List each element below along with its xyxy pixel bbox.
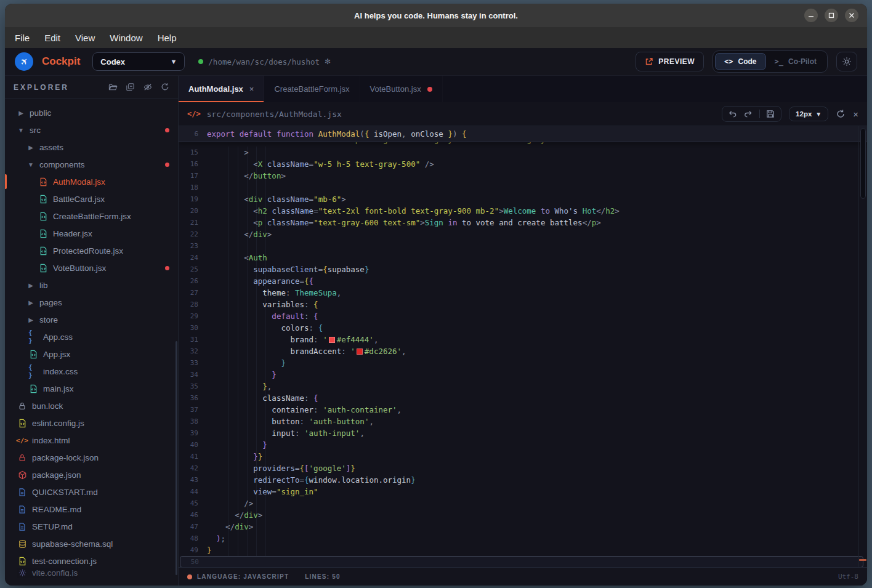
folder-public[interactable]: ▶public	[5, 104, 178, 121]
folder-store[interactable]: ▶store	[5, 311, 178, 328]
menu-item-edit[interactable]: Edit	[44, 33, 60, 43]
code-line[interactable]: 37 container: 'auth-container',	[179, 404, 867, 416]
code-line[interactable]: 25 supabaseClient={supabase}	[179, 264, 867, 275]
code-line[interactable]: 19 <div className="mb-6">	[179, 193, 867, 205]
code-line[interactable]: 41 }}	[179, 451, 867, 462]
code-line[interactable]: 40 }	[179, 439, 867, 451]
folder-src[interactable]: ▼src	[5, 121, 178, 139]
theme-toggle-button[interactable]	[836, 52, 857, 71]
code-line[interactable]: 28 variables: {	[179, 299, 867, 310]
file-supabase-schema-sql[interactable]: supabase-schema.sql	[5, 535, 178, 552]
file-package-lock-json[interactable]: package-lock.json	[5, 449, 178, 466]
code-line[interactable]: 34 }	[179, 369, 867, 381]
folder-components[interactable]: ▼components	[5, 156, 178, 173]
save-button[interactable]	[766, 110, 775, 118]
sidebar-scrollbar[interactable]	[176, 341, 177, 576]
code-line[interactable]: 22 </div>	[179, 228, 867, 240]
redo-button[interactable]	[744, 110, 753, 118]
file-votebutton-jsx[interactable]: VoteButton.jsx	[5, 259, 178, 276]
code-line[interactable]: 33 }	[179, 357, 867, 369]
font-size-select[interactable]: 12px ▼	[789, 107, 828, 121]
close-button[interactable]	[845, 9, 858, 22]
code-editor[interactable]: 6export default function AuthModal({ isO…	[179, 126, 867, 567]
file-test-connection-js[interactable]: test-connection.js	[5, 552, 178, 570]
file-header-jsx[interactable]: Header.jsx	[5, 225, 178, 242]
code-line[interactable]: 16 <X className="w-5 h-5 text-gray-500" …	[179, 158, 867, 170]
preview-button[interactable]: PREVIEW	[636, 52, 704, 71]
tab-createbattleform-jsx[interactable]: CreateBattleForm.jsx	[264, 76, 360, 102]
file-protectedroute-jsx[interactable]: ProtectedRoute.jsx	[5, 242, 178, 259]
tab-authmodal-jsx[interactable]: AuthModal.jsx×	[179, 76, 264, 102]
menu-item-file[interactable]: File	[15, 33, 30, 43]
code-line[interactable]: 43 redirectTo={window.location.origin}	[179, 474, 867, 486]
code-line[interactable]: 48 );	[179, 533, 867, 544]
file-main-jsx[interactable]: main.jsx	[5, 380, 178, 397]
code-line[interactable]: 42 providers={['google']}	[179, 462, 867, 474]
folder-assets[interactable]: ▶assets	[5, 139, 178, 156]
title-bar[interactable]: AI helps you code. Humans stay in contro…	[5, 4, 867, 27]
hide-button[interactable]	[143, 83, 153, 92]
refresh-editor-button[interactable]	[836, 109, 846, 119]
code-line[interactable]: 32 brandAccent: '#dc2626',	[179, 345, 867, 357]
file-app-jsx[interactable]: App.jsx	[5, 345, 178, 363]
file-index-html[interactable]: </>index.html	[5, 432, 178, 449]
file-battlecard-jsx[interactable]: BattleCard.jsx	[5, 190, 178, 207]
code-line[interactable]: 49}	[179, 544, 867, 556]
file-quickstart-md[interactable]: QUICKSTART.md	[5, 483, 178, 501]
doc-file-icon	[17, 505, 27, 514]
code-line[interactable]: 39 input: 'auth-input',	[179, 427, 867, 439]
current-code-line[interactable]: 50	[180, 556, 863, 567]
folder-pages[interactable]: ▶pages	[5, 294, 178, 311]
tab-copilot-mode[interactable]: >_ Co-Pilot	[766, 53, 825, 70]
code-line[interactable]: 36 className: {	[179, 392, 867, 404]
tab-code-mode[interactable]: <> Code	[715, 53, 765, 70]
code-line[interactable]: 26 appearance={{	[179, 275, 867, 287]
file-index-css[interactable]: { }index.css	[5, 363, 178, 380]
minimize-button[interactable]	[804, 9, 818, 22]
code-line[interactable]: 17 </button>	[179, 170, 867, 182]
menu-item-view[interactable]: View	[75, 33, 95, 43]
code-line[interactable]: 6export default function AuthModal({ isO…	[179, 128, 467, 140]
code-line[interactable]: 29 default: {	[179, 310, 867, 322]
code-line[interactable]: 15 >	[179, 147, 867, 158]
open-folder-button[interactable]	[108, 83, 118, 92]
code-line[interactable]: 38 button: 'auth-button',	[179, 416, 867, 427]
file-vite-config-js[interactable]: vite.config.js	[5, 570, 178, 576]
menu-item-help[interactable]: Help	[158, 33, 177, 43]
tab-votebutton-jsx[interactable]: VoteButton.jsx	[360, 76, 443, 102]
code-line[interactable]: 45 />	[179, 497, 867, 509]
folder-lib[interactable]: ▶lib	[5, 276, 178, 294]
code-line[interactable]: 18	[179, 182, 867, 193]
code-line[interactable]: 46 </div>	[179, 509, 867, 521]
refresh-button[interactable]	[161, 83, 169, 92]
maximize-button[interactable]	[825, 9, 838, 22]
file-createbattleform-jsx[interactable]: CreateBattleForm.jsx	[5, 207, 178, 225]
file-package-json[interactable]: package.json	[5, 466, 178, 483]
editor-scrollbar[interactable]	[858, 126, 867, 567]
code-line[interactable]: 21 <p className="text-gray-600 text-sm">…	[179, 217, 867, 228]
sticky-context-line[interactable]: 6export default function AuthModal({ isO…	[179, 126, 867, 142]
scrollbar-thumb[interactable]	[860, 128, 866, 199]
code-line[interactable]: 20 <h2 className="text-2xl font-bold tex…	[179, 205, 867, 217]
code-line[interactable]: 27 theme: ThemeSupa,	[179, 287, 867, 299]
file-app-css[interactable]: { }App.css	[5, 328, 178, 345]
undo-button[interactable]	[729, 110, 738, 118]
menu-item-window[interactable]: Window	[110, 33, 142, 43]
code-line[interactable]: 23	[179, 240, 867, 252]
code-line[interactable]: 35 },	[179, 381, 867, 392]
file-readme-md[interactable]: README.md	[5, 501, 178, 518]
workspace-select[interactable]: Codex ▼	[92, 52, 185, 71]
tab-close-icon[interactable]: ×	[249, 84, 254, 94]
close-editor-button[interactable]: ×	[853, 109, 858, 119]
file-setup-md[interactable]: SETUP.md	[5, 518, 178, 535]
code-line[interactable]: 31 brand: '#ef4444',	[179, 334, 867, 345]
collapse-all-button[interactable]	[126, 83, 135, 92]
file-bun-lock[interactable]: bun.lock	[5, 397, 178, 414]
external-link-icon	[645, 57, 653, 66]
code-line[interactable]: 30 colors: {	[179, 322, 867, 334]
file-eslint-config-js[interactable]: eslint.config.js	[5, 414, 178, 432]
code-line[interactable]: 24 <Auth	[179, 252, 867, 264]
code-line[interactable]: 44 view="sign_in"	[179, 486, 867, 497]
code-line[interactable]: 47 </div>	[179, 521, 867, 533]
file-authmodal-jsx[interactable]: AuthModal.jsx	[5, 173, 178, 190]
